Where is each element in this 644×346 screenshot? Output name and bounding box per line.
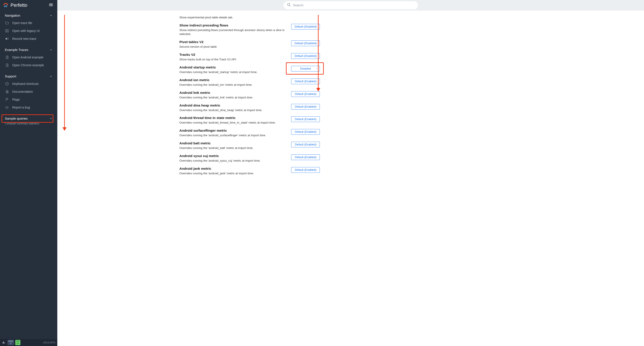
- flag-row: Android thread time in state metricOverr…: [180, 114, 320, 127]
- flag-select-value: Default (Enabled): [295, 105, 316, 108]
- wsm-badge[interactable]: WSM 0: [8, 340, 14, 345]
- flag-title: Pivot tables V2: [180, 40, 288, 44]
- sidebar-sections: NavigationOpen trace fileOpen with legac…: [0, 10, 57, 339]
- split-icon: [5, 29, 9, 33]
- flag-description: Overrides running the 'android_ion' metr…: [180, 83, 288, 87]
- nav-record[interactable]: Record new trace: [0, 35, 57, 43]
- nav-item-label: Documentation: [12, 90, 33, 94]
- section-header-example-traces[interactable]: Example Traces: [0, 45, 57, 53]
- section-header-sample-queries[interactable]: Sample queries: [0, 114, 57, 122]
- flag-select[interactable]: Default (Disabled): [291, 40, 320, 46]
- nav-item-label: Open trace file: [12, 21, 32, 25]
- nav-item-label: Open Chrome example: [12, 64, 44, 67]
- sidebar-header: Perfetto: [0, 0, 57, 10]
- flag-title: Android batt metric: [180, 141, 288, 145]
- flag-select[interactable]: Default (Enabled): [291, 104, 320, 110]
- flag-select[interactable]: Default (Enabled): [291, 167, 320, 173]
- doc-icon: [5, 63, 9, 67]
- flag-select[interactable]: Default (Enabled): [291, 91, 320, 97]
- flag-select-value: Default (Disabled): [294, 54, 316, 58]
- flag-select-value: Default (Enabled): [295, 168, 316, 172]
- flag-row: Pivot tables V2Second version of pivot t…: [180, 38, 320, 51]
- nav-example-chrome[interactable]: Open Chrome example: [0, 61, 57, 69]
- flag-select[interactable]: Default (Enabled): [291, 78, 320, 84]
- nav-flags[interactable]: Flags: [0, 96, 57, 104]
- flags-list: Show experimental pivot table details ta…: [180, 14, 320, 177]
- flag-description: Overrides running the 'android_jank' met…: [180, 172, 288, 176]
- flag-select-value: Disabled: [300, 67, 311, 70]
- flag-row: Android dma heap metricOverrides running…: [180, 102, 320, 114]
- flag-select-value: Default (Enabled): [295, 92, 316, 96]
- svg-rect-1: [7, 30, 8, 32]
- search-icon: [287, 3, 291, 8]
- flag-description: Overrides running the 'android_thread_ti…: [180, 121, 288, 125]
- flag-description: Overrides running the 'android_dma_heap'…: [180, 108, 288, 112]
- flag-row: Android jank metricOverrides running the…: [180, 165, 320, 177]
- flag-select-value: Default (Enabled): [295, 156, 316, 159]
- flag-select[interactable]: Disabled: [291, 66, 320, 72]
- flag-select[interactable]: Default (Enabled): [291, 116, 320, 122]
- section-header-navigation[interactable]: Navigation: [0, 10, 57, 19]
- flag-row: Android ion metricOverrides running the …: [180, 76, 320, 89]
- section-header-support[interactable]: Support: [0, 71, 57, 80]
- flag-select[interactable]: Default (Disabled): [291, 53, 320, 59]
- flag-title: Android jank metric: [180, 167, 288, 170]
- flag-select[interactable]: Default (Enabled): [291, 142, 320, 148]
- flag-select-value: Default (Enabled): [295, 118, 316, 121]
- flag-select-value: Default (Enabled): [295, 130, 316, 134]
- flag-description: Show tracks built on top of the Track V2…: [180, 58, 288, 62]
- flag-title: Android ion metric: [180, 78, 288, 82]
- flag-title: Tracks V2: [180, 53, 288, 57]
- flag-select-value: Default (Enabled): [295, 143, 316, 146]
- version-label: v25.0-d1f7c: [43, 341, 56, 344]
- find-icon: [5, 90, 9, 94]
- section-subtitle: Compute summary statistics: [0, 122, 57, 126]
- topbar: [57, 0, 644, 10]
- flag-icon: [5, 97, 9, 102]
- nav-bug[interactable]: Report a bug: [0, 104, 57, 111]
- menu-toggle-button[interactable]: [47, 1, 55, 10]
- flag-row: Tracks V2Show tracks built on top of the…: [180, 51, 320, 64]
- brand-title: Perfetto: [10, 2, 46, 8]
- flag-description: Overrides running the 'android_lmk' metr…: [180, 96, 288, 100]
- nav-item-label: Open Android example: [12, 56, 43, 59]
- nav-open-legacy[interactable]: Open with legacy UI: [0, 27, 57, 35]
- chart-icon[interactable]: [2, 340, 6, 345]
- help-icon: ?: [5, 82, 9, 86]
- flag-description: Overrides running the 'android_batt' met…: [180, 146, 288, 150]
- nav-example-android[interactable]: Open Android example: [0, 53, 57, 61]
- record-icon: [5, 36, 9, 41]
- flag-select[interactable]: Default (Disabled): [291, 24, 320, 30]
- nav-docs[interactable]: Documentation: [0, 88, 57, 96]
- sidebar-footer: WSM 0 SW ON v25.0-d1f7c: [0, 339, 57, 346]
- flag-title: Android startup metric: [180, 66, 288, 69]
- nav-item-label: Flags: [12, 98, 20, 101]
- flag-select-value: Default (Disabled): [294, 25, 316, 28]
- svg-text:?: ?: [6, 83, 8, 85]
- flag-title: Android thread time in state metric: [180, 116, 288, 120]
- flag-title: Android sysui cuj metric: [180, 154, 288, 158]
- nav-item-label: Report a bug: [12, 106, 30, 109]
- flag-select-value: Default (Disabled): [294, 42, 316, 45]
- doc-icon: [5, 55, 9, 60]
- flag-select[interactable]: Default (Enabled): [291, 129, 320, 135]
- annotation-arrow-left: [62, 15, 66, 131]
- search-input[interactable]: [293, 3, 414, 7]
- flag-description: Show experimental pivot table details ta…: [180, 16, 316, 20]
- flag-select-value: Default (Enabled): [295, 80, 316, 83]
- bug-icon: [5, 105, 9, 110]
- flag-row: Android lmk metricOverrides running the …: [180, 89, 320, 102]
- flag-title: Android dma heap metric: [180, 104, 288, 108]
- nav-open-trace[interactable]: Open trace file: [0, 19, 57, 27]
- flag-description: Show indirect preceding flows (connected…: [180, 28, 288, 36]
- sw-badge[interactable]: SW ON: [15, 340, 20, 345]
- flag-select[interactable]: Default (Enabled): [291, 154, 320, 160]
- search-box[interactable]: [284, 1, 418, 9]
- flag-row: Show experimental pivot table details ta…: [180, 14, 320, 22]
- flag-row: Android batt metricOverrides running the…: [180, 139, 320, 152]
- nav-keyboard[interactable]: ?Keyboard shortcuts: [0, 80, 57, 88]
- flag-row: Android startup metricOverrides running …: [180, 64, 320, 76]
- flag-description: Overrides running the 'android_sysui_cuj…: [180, 159, 288, 163]
- flag-description: Overrides running the 'android_startup' …: [180, 70, 288, 74]
- perfetto-logo-icon: [2, 2, 9, 8]
